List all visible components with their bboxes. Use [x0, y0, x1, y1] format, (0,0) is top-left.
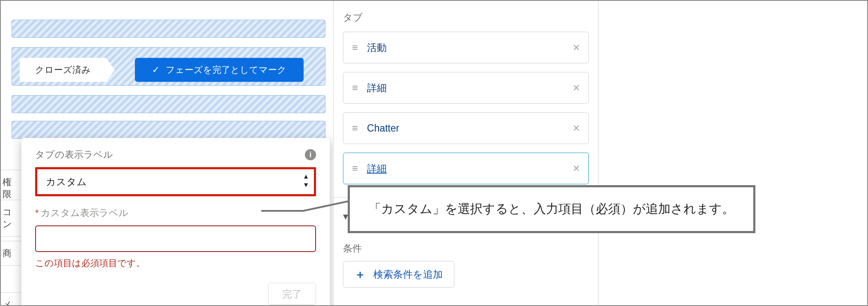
- annotation-callout: 「カスタム」を選択すると、入力項目（必須）が追加されます。: [348, 185, 755, 233]
- info-icon[interactable]: i: [305, 149, 316, 160]
- annotation-text: 「カスタム」を選択すると、入力項目（必須）が追加されます。: [369, 201, 734, 218]
- callout-connector: [261, 210, 304, 212]
- tab-item-label: 詳細: [367, 81, 387, 95]
- tab-label-select[interactable]: カスタム ▴▾: [35, 167, 316, 196]
- component-placeholder[interactable]: [12, 121, 325, 139]
- tab-item-label: 詳細: [367, 162, 387, 175]
- canvas-area: クローズ済み ✓ フェーズを完了としてマーク 権限 コン 商 メ タブの表示ラベ…: [1, 1, 331, 305]
- path-component[interactable]: クローズ済み ✓ フェーズを完了としてマーク: [12, 47, 325, 86]
- tab-item-label: 活動: [367, 41, 387, 54]
- tab-item[interactable]: ≡詳細×: [343, 153, 589, 184]
- custom-label-input[interactable]: [35, 225, 316, 252]
- sidebar-fragment: 商: [1, 241, 21, 266]
- tab-label-modal: タブの表示ラベル i カスタム ▴▾ *カスタム表示ラベル この項目は必須項目で…: [21, 138, 330, 306]
- component-placeholder[interactable]: [12, 20, 325, 38]
- stepper-icon[interactable]: ▴▾: [304, 172, 308, 189]
- add-filter-button[interactable]: ＋ 検索条件を追加: [343, 261, 454, 288]
- custom-label-title: *カスタム表示ラベル: [35, 207, 316, 219]
- plus-icon: ＋: [355, 267, 366, 282]
- properties-panel: タブ ≡活動×≡詳細×≡Chatter×≡詳細× ▾ コンポーネントの表示を設定…: [333, 1, 599, 305]
- sidebar-fragment: コン: [1, 200, 21, 237]
- mark-phase-complete-label: フェーズを完了としてマーク: [166, 64, 286, 76]
- conditions-heading: 条件: [343, 242, 589, 255]
- tab-item[interactable]: ≡活動×: [343, 32, 589, 63]
- modal-title: タブの表示ラベル: [35, 148, 113, 161]
- done-button-label: 完了: [282, 288, 302, 301]
- drag-handle-icon[interactable]: ≡: [352, 162, 358, 174]
- tabs-heading: タブ: [343, 11, 589, 24]
- tab-item[interactable]: ≡Chatter×: [343, 112, 589, 144]
- drag-handle-icon[interactable]: ≡: [352, 122, 358, 134]
- tab-label-select-value: カスタム: [46, 175, 87, 189]
- remove-tab-icon[interactable]: ×: [573, 162, 580, 175]
- remove-tab-icon[interactable]: ×: [573, 41, 580, 54]
- remove-tab-icon[interactable]: ×: [573, 81, 580, 95]
- phase-closed-chip[interactable]: クローズ済み: [20, 58, 106, 82]
- tabs-list: ≡活動×≡詳細×≡Chatter×≡詳細×: [343, 32, 589, 184]
- check-icon: ✓: [152, 65, 160, 75]
- component-placeholder[interactable]: [12, 95, 325, 113]
- required-error-message: この項目は必須項目です。: [35, 257, 316, 269]
- app-root: クローズ済み ✓ フェーズを完了としてマーク 権限 コン 商 メ タブの表示ラベ…: [0, 0, 868, 306]
- sidebar-fragment: メ: [1, 292, 21, 306]
- drag-handle-icon[interactable]: ≡: [352, 42, 358, 54]
- mark-phase-complete-button[interactable]: ✓ フェーズを完了としてマーク: [135, 58, 304, 82]
- remove-tab-icon[interactable]: ×: [573, 121, 580, 135]
- add-filter-label: 検索条件を追加: [373, 268, 443, 281]
- drag-handle-icon[interactable]: ≡: [352, 82, 358, 94]
- tab-item-label: Chatter: [367, 123, 399, 134]
- required-mark: *: [35, 207, 39, 218]
- done-button[interactable]: 完了: [268, 283, 316, 305]
- tab-item[interactable]: ≡詳細×: [343, 72, 589, 104]
- phase-closed-label: クローズ済み: [35, 64, 91, 76]
